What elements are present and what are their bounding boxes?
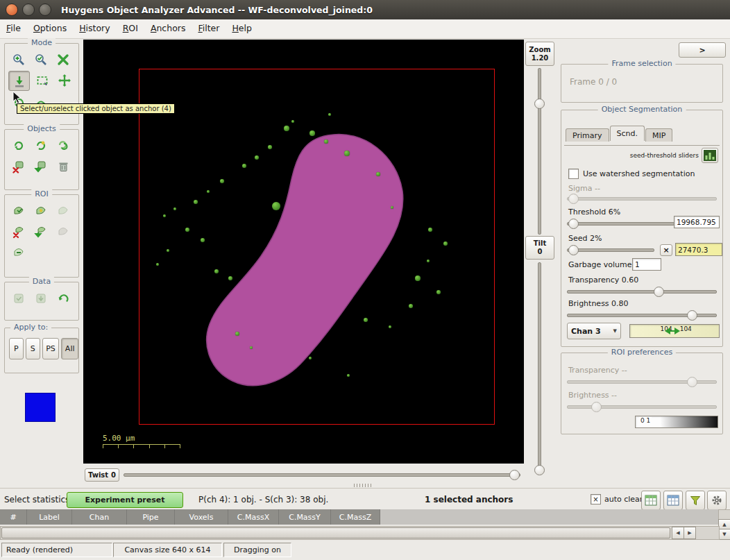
secondary-object-dot[interactable] — [173, 207, 176, 210]
secondary-object-dot[interactable] — [364, 318, 368, 322]
primary-object-blob[interactable] — [207, 134, 403, 385]
secondary-object-dot[interactable] — [428, 228, 432, 232]
menu-roi[interactable]: ROI — [117, 19, 144, 38]
brightness-slider[interactable] — [567, 310, 717, 320]
secondary-object-dot[interactable] — [347, 374, 350, 377]
secondary-object-dot[interactable] — [427, 260, 430, 262]
zoom-slider-trough[interactable] — [538, 68, 541, 235]
roi-add-button[interactable] — [8, 201, 28, 220]
secondary-object-dot[interactable] — [220, 179, 224, 183]
secondary-object-dot[interactable] — [284, 126, 289, 131]
object-pick-channel-button[interactable] — [31, 136, 51, 155]
tab-secondary[interactable]: Scnd. — [610, 126, 645, 141]
object-pick-button[interactable] — [8, 136, 28, 155]
secondary-object-dot[interactable] — [324, 139, 328, 144]
secondary-object-dot[interactable] — [436, 290, 441, 294]
roi-brightness-slider[interactable] — [567, 402, 717, 411]
object-remove-button[interactable] — [8, 157, 28, 176]
secondary-object-dot[interactable] — [309, 357, 312, 359]
secondary-object-dot[interactable] — [376, 172, 380, 176]
object-add-button[interactable] — [31, 157, 51, 176]
menu-history[interactable]: History — [73, 19, 116, 38]
collapse-panel-button[interactable]: > — [679, 42, 726, 58]
region-select-tool-button[interactable] — [32, 71, 52, 90]
transparency-slider-thumb[interactable] — [654, 287, 664, 297]
scroll-down-button[interactable]: ▼ — [718, 529, 730, 540]
col-header-cmassz[interactable]: C.MassZ — [331, 509, 380, 525]
close-window-icon[interactable] — [6, 3, 18, 16]
secondary-object-dot[interactable] — [185, 228, 189, 232]
histogram-button[interactable] — [702, 148, 718, 163]
secondary-object-dot[interactable] — [242, 164, 246, 168]
maximize-window-icon[interactable] — [39, 3, 51, 16]
secondary-object-dot[interactable] — [201, 238, 205, 242]
zoom-tool-button[interactable] — [8, 50, 28, 69]
data-save-button[interactable] — [8, 289, 28, 307]
col-header-voxels[interactable]: Voxels — [175, 509, 228, 525]
hscroll-thumb[interactable] — [1, 527, 670, 538]
minimize-window-icon[interactable] — [22, 3, 35, 16]
roi-add-channel-button[interactable] — [31, 201, 51, 220]
roi-add-all-button[interactable] — [53, 201, 73, 220]
table-horizontal-scrollbar[interactable] — [0, 526, 720, 540]
menu-anchors[interactable]: Anchors — [144, 19, 192, 38]
secondary-object-dot[interactable] — [235, 332, 239, 336]
secondary-object-dot[interactable] — [309, 130, 315, 136]
sigma-slider[interactable] — [567, 194, 717, 203]
threshold-slider-thumb[interactable] — [568, 219, 579, 229]
roi-transparency-slider[interactable] — [567, 377, 717, 387]
col-header-label[interactable]: Label — [27, 509, 72, 525]
secondary-object-dot[interactable] — [328, 113, 331, 116]
twist-slider[interactable] — [124, 470, 520, 480]
secondary-object-dot[interactable] — [344, 151, 350, 156]
secondary-object-dot[interactable] — [272, 202, 280, 210]
garbage-volume-field[interactable]: 1 — [632, 258, 661, 271]
auto-clean-checkbox[interactable]: × — [591, 494, 601, 504]
roi-clear-button[interactable] — [53, 222, 73, 241]
twist-slider-trough[interactable] — [124, 473, 520, 477]
channel-dropdown[interactable]: Chan 3 ▼ — [567, 323, 621, 339]
menu-help[interactable]: Help — [226, 19, 258, 38]
secondary-object-dot[interactable] — [194, 200, 198, 204]
tab-mip[interactable]: MIP — [645, 128, 672, 142]
secondary-object-dot[interactable] — [207, 190, 210, 193]
secondary-object-dot[interactable] — [255, 155, 259, 160]
roi-export-button[interactable] — [31, 222, 51, 241]
data-export-button[interactable] — [31, 289, 51, 307]
pane-resize-grip[interactable] — [354, 484, 373, 487]
export-table-button[interactable] — [663, 491, 683, 510]
col-header-index[interactable]: # — [0, 509, 27, 525]
col-header-pipe[interactable]: Pipe — [127, 509, 175, 525]
seed-slider[interactable] — [567, 245, 654, 255]
secondary-object-dot[interactable] — [156, 263, 159, 266]
channel-range-widget[interactable]: 104 104 — [629, 324, 720, 338]
seed-clear-button[interactable]: × — [660, 244, 672, 256]
apply-primary-button[interactable]: P — [9, 338, 24, 359]
apply-all-button[interactable]: All — [61, 338, 78, 359]
tilt-slider-trough[interactable] — [538, 262, 541, 475]
secondary-object-dot[interactable] — [409, 304, 413, 308]
roi-invert-button[interactable] — [8, 243, 28, 262]
experiment-preset-button[interactable]: Experiment preset — [67, 492, 183, 508]
scroll-right-button[interactable]: ▶ — [684, 527, 696, 539]
roi-brightness-slider-thumb[interactable] — [591, 402, 602, 412]
roi-range-widget[interactable]: 0 1 — [635, 416, 718, 428]
secondary-object-dot[interactable] — [163, 214, 166, 217]
tilt-slider-thumb[interactable] — [534, 465, 545, 475]
object-pick-all-button[interactable] — [53, 136, 73, 155]
secondary-object-dot[interactable] — [391, 206, 393, 209]
secondary-object-dot[interactable] — [268, 145, 272, 149]
zoom-slider-thumb[interactable] — [534, 99, 545, 109]
anchor-select-tool-button[interactable] — [8, 71, 30, 91]
object-delete-button[interactable] — [53, 157, 73, 176]
col-header-chan[interactable]: Chan — [72, 509, 127, 525]
secondary-object-dot[interactable] — [214, 269, 219, 273]
secondary-object-dot[interactable] — [228, 276, 232, 280]
secondary-object-dot[interactable] — [389, 325, 391, 328]
secondary-object-dot[interactable] — [167, 249, 169, 252]
menu-filter[interactable]: Filter — [192, 19, 226, 38]
filter-button[interactable] — [686, 491, 705, 510]
menu-file[interactable]: File — [0, 19, 27, 38]
tilt-slider[interactable] — [534, 262, 544, 475]
range-markers-icon[interactable] — [630, 325, 719, 337]
